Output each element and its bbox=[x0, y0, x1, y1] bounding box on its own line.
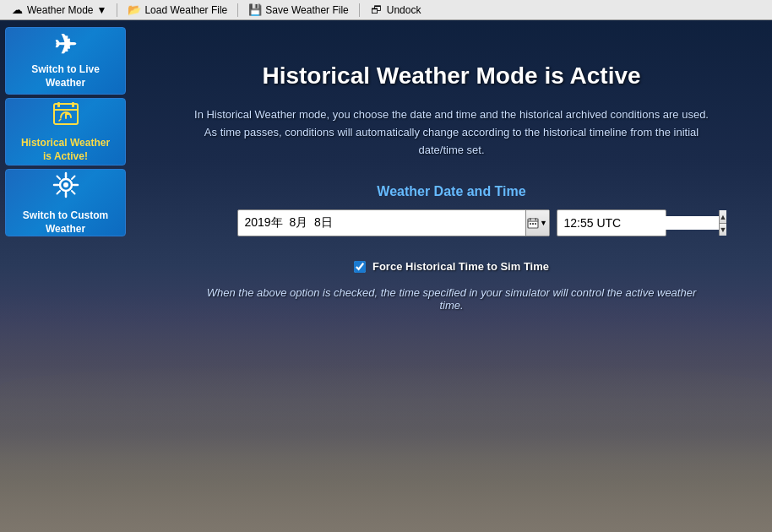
menu-item-load-weather[interactable]: 📂 Load Weather File bbox=[121, 2, 234, 19]
save-weather-icon: 💾 bbox=[248, 3, 262, 17]
live-weather-label: Switch to LiveWeather bbox=[31, 63, 100, 90]
svg-rect-20 bbox=[535, 223, 536, 225]
weather-mode-icon: ☁ bbox=[10, 3, 24, 17]
menu-weather-mode-arrow: ▼ bbox=[97, 4, 107, 16]
datetime-row: ▼ ▲ ▼ bbox=[237, 209, 666, 236]
undock-icon: 🗗 bbox=[370, 3, 383, 17]
menu-undock-label: Undock bbox=[387, 4, 421, 16]
menu-divider-1 bbox=[117, 3, 117, 17]
svg-rect-17 bbox=[536, 218, 537, 220]
historical-weather-label: Historical Weatheris Active! bbox=[21, 137, 110, 163]
menubar: ☁ Weather Mode ▼ 📂 Load Weather File 💾 S… bbox=[0, 0, 772, 20]
svg-point-5 bbox=[63, 182, 68, 187]
dropdown-arrow-icon: ▼ bbox=[540, 219, 547, 227]
force-historical-time-label[interactable]: Force Historical Time to Sim Time bbox=[372, 260, 549, 273]
menu-load-weather-label: Load Weather File bbox=[144, 4, 227, 16]
page-title: Historical Weather Mode is Active bbox=[262, 62, 640, 90]
menu-item-save-weather[interactable]: 💾 Save Weather File bbox=[242, 2, 356, 19]
force-historical-time-checkbox[interactable] bbox=[354, 261, 366, 273]
main-content: Historical Weather Mode is Active In His… bbox=[131, 20, 772, 532]
live-weather-icon: ✈ bbox=[54, 31, 77, 58]
datetime-section-label: Weather Date and Time bbox=[377, 184, 525, 199]
date-picker-button[interactable]: ▼ bbox=[525, 210, 549, 236]
svg-rect-2 bbox=[72, 102, 74, 107]
svg-rect-19 bbox=[532, 223, 534, 225]
menu-item-undock[interactable]: 🗗 Undock bbox=[363, 2, 428, 19]
custom-weather-label: Switch to CustomWeather bbox=[23, 209, 108, 236]
menu-item-weather-mode[interactable]: ☁ Weather Mode ▼ bbox=[3, 2, 113, 19]
time-input[interactable] bbox=[557, 216, 719, 230]
svg-line-11 bbox=[72, 191, 75, 194]
menu-divider-2 bbox=[237, 3, 238, 17]
svg-rect-1 bbox=[57, 102, 60, 107]
custom-weather-icon bbox=[51, 170, 81, 204]
historical-weather-icon bbox=[52, 100, 79, 132]
date-input-container: ▼ bbox=[237, 209, 550, 236]
time-decrement-button[interactable]: ▼ bbox=[720, 224, 727, 236]
menu-save-weather-label: Save Weather File bbox=[265, 4, 349, 16]
force-time-description: When the above option is checked, the ti… bbox=[198, 286, 705, 312]
svg-line-12 bbox=[72, 176, 75, 179]
checkbox-row: Force Historical Time to Sim Time bbox=[354, 260, 549, 273]
sidebar-btn-custom-weather[interactable]: Switch to CustomWeather bbox=[5, 169, 126, 236]
time-spinner: ▲ ▼ bbox=[719, 210, 727, 236]
menu-divider-3 bbox=[359, 3, 360, 17]
svg-rect-16 bbox=[530, 218, 531, 220]
date-input[interactable] bbox=[238, 216, 525, 230]
menu-weather-mode-label: Weather Mode bbox=[27, 4, 94, 16]
svg-rect-18 bbox=[530, 223, 531, 225]
description: In Historical Weather mode, you choose t… bbox=[190, 106, 714, 159]
load-weather-icon: 📂 bbox=[128, 3, 141, 17]
sidebar-btn-historical-weather[interactable]: Historical Weatheris Active! bbox=[5, 98, 126, 166]
svg-line-10 bbox=[57, 176, 60, 179]
time-increment-button[interactable]: ▲ bbox=[720, 210, 727, 224]
time-input-container: ▲ ▼ bbox=[557, 209, 666, 236]
sidebar-btn-live-weather[interactable]: ✈ Switch to LiveWeather bbox=[5, 27, 126, 95]
sidebar: ✈ Switch to LiveWeather Historical Weath… bbox=[0, 20, 131, 243]
svg-line-13 bbox=[57, 191, 60, 194]
weather-date-section: Weather Date and Time ▼ bbox=[237, 184, 666, 236]
